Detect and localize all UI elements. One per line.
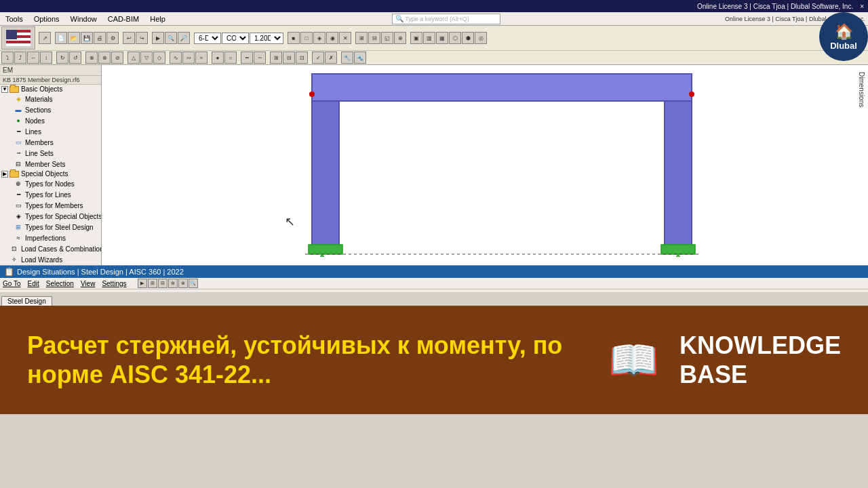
toolbar2-analysis3[interactable]: ≈	[195, 52, 208, 64]
bottom-menu-edit[interactable]: Edit	[28, 280, 39, 287]
toolbar2-rotate2[interactable]: ↺	[69, 52, 81, 64]
toolbar-view1[interactable]: ⊞	[355, 32, 368, 44]
toolbar2-btn2[interactable]: ⤴	[14, 52, 26, 64]
sidebar-item-sections[interactable]: ▬ Sections	[0, 104, 101, 115]
toolbar-more2[interactable]: ▥	[423, 32, 435, 44]
sidebar-item-types-nodes[interactable]: ⊕ Types for Nodes	[0, 178, 101, 189]
types-lines-icon: ━	[14, 190, 23, 199]
toolbar2-view1[interactable]: ✓	[312, 52, 324, 64]
back-arrow-icon[interactable]: ↗	[39, 32, 51, 44]
bottom-toolbar-btn2[interactable]: ⊞	[148, 279, 157, 288]
toolbar2-line2[interactable]: ┉	[254, 52, 266, 64]
toolbar2-view2[interactable]: ✗	[325, 52, 337, 64]
toolbar2-analysis2[interactable]: ∾	[182, 52, 195, 64]
toolbar2-node1[interactable]: ●	[212, 52, 224, 64]
sidebar-item-special-objects[interactable]: ▶ Special Objects	[0, 169, 101, 178]
toolbar-render2[interactable]: □	[300, 32, 313, 44]
dimension-label: Dimensions	[858, 72, 865, 107]
menu-window[interactable]: Window	[68, 14, 100, 24]
toolbar2-shape1[interactable]: △	[127, 52, 140, 64]
bottom-menu-view[interactable]: View	[81, 280, 96, 287]
menu-help[interactable]: Help	[147, 14, 168, 24]
menu-options[interactable]: Options	[31, 14, 62, 24]
toolbar2-render1[interactable]: 🔧	[341, 52, 353, 64]
toolbar-more1[interactable]: ▣	[410, 32, 422, 44]
file-em-label: EM	[0, 65, 101, 76]
toolbar2-btn1[interactable]: ⤵	[1, 52, 14, 64]
design-panel-title-bar: 📋 Design Situations | Steel Design | AIS…	[0, 266, 868, 278]
bottom-toolbar-btn5[interactable]: ⊗	[178, 279, 188, 288]
knowledge-base-banner[interactable]: Расчет стержней, устойчивых к моменту, п…	[0, 306, 868, 414]
toolbar-print[interactable]: 🖨	[94, 32, 106, 44]
toolbar2-btn3[interactable]: ↔	[27, 52, 39, 64]
toolbar-more4[interactable]: ⬡	[449, 32, 461, 44]
toolbar2-snap3[interactable]: ⊘	[111, 52, 123, 64]
expand-basic-objects[interactable]: ▼	[1, 86, 8, 93]
toolbar-view2[interactable]: ⊟	[368, 32, 380, 44]
bottom-menu-selection[interactable]: Selection	[46, 280, 74, 287]
bottom-toolbar-btn6[interactable]: 🔍	[189, 279, 198, 288]
sidebar-item-load-wizards[interactable]: ✧ Load Wizards	[0, 254, 101, 265]
toolbar-new[interactable]: 📄	[55, 32, 67, 44]
sidebar-item-types-members[interactable]: ▭ Types for Members	[0, 200, 101, 211]
toolbar-redo[interactable]: ↪	[136, 32, 148, 44]
svg-rect-2	[312, 74, 692, 101]
toolbar2-render2[interactable]: 🔩	[354, 52, 366, 64]
toolbar-more6[interactable]: ◎	[475, 32, 487, 44]
sidebar-item-types-special[interactable]: ◈ Types for Special Objects	[0, 211, 101, 222]
toolbar-render3[interactable]: ◈	[313, 32, 326, 44]
toolbar2-extra3[interactable]: ⊡	[296, 52, 308, 64]
menu-cadbim[interactable]: CAD-BIM	[105, 14, 142, 24]
toolbar-view4[interactable]: ⊕	[394, 32, 406, 44]
sidebar-item-member-sets[interactable]: ⊟ Member Sets	[0, 159, 101, 169]
toolbar2-extra2[interactable]: ⊟	[283, 52, 295, 64]
sidebar-item-line-sets[interactable]: ┉ Line Sets	[0, 148, 101, 159]
toolbar-render5[interactable]: ✕	[339, 32, 351, 44]
canvas-inner[interactable]: Dimensions	[102, 65, 868, 265]
bottom-menu-goto[interactable]: Go To	[3, 280, 21, 287]
toolbar2-shape3[interactable]: ◇	[153, 52, 165, 64]
toolbar-btn5[interactable]: ⚙	[106, 32, 119, 44]
toolbar2-snap1[interactable]: ⊕	[85, 52, 98, 64]
sidebar-item-materials[interactable]: ◈ Materials	[0, 94, 101, 104]
toolbar-select[interactable]: ▶	[152, 32, 164, 44]
toolbar-undo[interactable]: ↩	[123, 32, 135, 44]
toolbar-more3[interactable]: ▦	[436, 32, 448, 44]
toolbar2-extra1[interactable]: ⊞	[270, 52, 282, 64]
sidebar-item-members[interactable]: ▭ Members	[0, 137, 101, 148]
menu-tools[interactable]: Tools	[3, 14, 26, 24]
sidebar-item-imperfections[interactable]: ≈ Imperfections	[0, 232, 101, 243]
sidebar-item-nodes[interactable]: ● Nodes	[0, 115, 101, 126]
bottom-menu-settings[interactable]: Settings	[102, 280, 126, 287]
expand-special-objects[interactable]: ▶	[1, 171, 8, 178]
toolbar2-rotate1[interactable]: ↻	[56, 52, 68, 64]
tab-steel-design[interactable]: Steel Design	[1, 296, 52, 306]
toolbar2-line1[interactable]: ━	[241, 52, 253, 64]
toolbar-zoom-in[interactable]: 🔍	[165, 32, 177, 44]
toolbar-render1[interactable]: ■	[288, 32, 300, 44]
sidebar-item-load-cases[interactable]: ⊡ Load Cases & Combinations	[0, 243, 101, 254]
sidebar-item-types-lines[interactable]: ━ Types for Lines	[0, 189, 101, 200]
toolbar-more5[interactable]: ⬢	[462, 32, 474, 44]
bottom-toolbar-btn4[interactable]: ⊕	[168, 279, 178, 288]
bottom-toolbar-btn3[interactable]: ⊟	[158, 279, 167, 288]
toolbar2-node2[interactable]: ○	[224, 52, 237, 64]
sidebar-item-basic-objects[interactable]: ▼ Basic Objects	[0, 85, 101, 94]
toolbar-open[interactable]: 📂	[68, 32, 80, 44]
bottom-toolbar-btn1[interactable]: ▶	[138, 279, 147, 288]
toolbar2-snap2[interactable]: ⊗	[98, 52, 111, 64]
search-bar[interactable]: 🔍 Type a keyword (Alt+Q)	[392, 14, 500, 24]
sidebar-item-types-steel[interactable]: ⊞ Types for Steel Design	[0, 222, 101, 232]
loadcase-dropdown[interactable]: 6-D	[194, 33, 221, 44]
factor-dropdown[interactable]: 1.20D	[250, 33, 283, 44]
toolbar-render4[interactable]: ◉	[326, 32, 338, 44]
toolbar2-analysis1[interactable]: ∿	[170, 52, 182, 64]
combo-dropdown[interactable]: CO4	[222, 33, 249, 44]
sidebar-item-lines[interactable]: ━ Lines	[0, 126, 101, 137]
toolbar-save[interactable]: 💾	[81, 32, 93, 44]
toolbar-zoom-out[interactable]: 🔎	[178, 32, 190, 44]
close-button[interactable]: ×	[860, 3, 864, 10]
toolbar2-shape2[interactable]: ▽	[140, 52, 153, 64]
toolbar2-btn4[interactable]: ↕	[40, 52, 52, 64]
toolbar-view3[interactable]: ◱	[381, 32, 393, 44]
